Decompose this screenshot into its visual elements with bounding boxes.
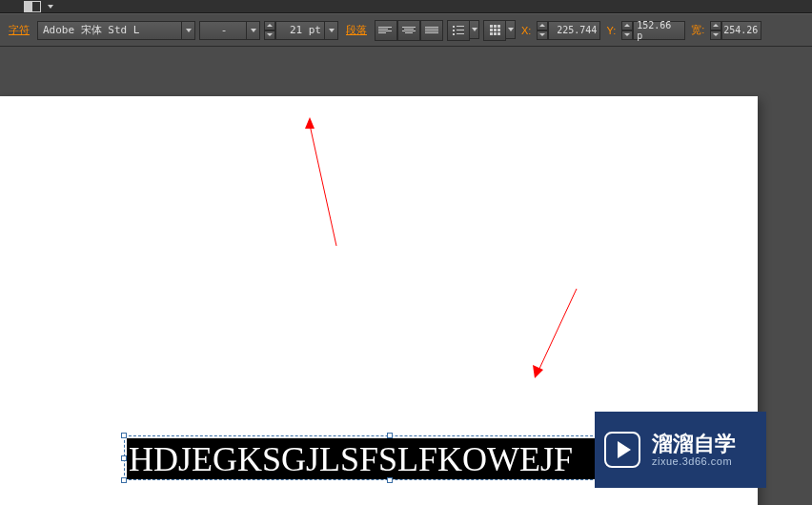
align-left-button[interactable] — [375, 20, 397, 41]
svg-line-2 — [538, 289, 577, 371]
x-input[interactable]: 225.744 — [548, 21, 600, 40]
x-label: X: — [519, 25, 533, 36]
dropdown-arrow-icon[interactable] — [48, 5, 53, 9]
svg-line-0 — [310, 125, 336, 246]
canvas-area: HDJEGKSGJLSFSLFKOWEJF 溜溜自学 zixue.3d66.co… — [0, 47, 812, 505]
selected-text[interactable]: HDJEGKSGJLSFSLFKOWEJF — [127, 438, 654, 479]
handle-bottom-middle[interactable] — [387, 477, 393, 483]
svg-marker-3 — [533, 365, 543, 378]
y-label: Y: — [604, 25, 618, 36]
w-label: 宽: — [689, 23, 706, 37]
x-spinner[interactable] — [537, 21, 548, 40]
y-spinner[interactable] — [621, 21, 633, 40]
font-size-dropdown-arrow[interactable] — [325, 21, 338, 40]
w-spinner[interactable] — [710, 21, 721, 40]
grid-icon-button[interactable] — [483, 20, 506, 41]
watermark-badge: 溜溜自学 zixue.3d66.com — [595, 412, 766, 488]
text-frame[interactable]: HDJEGKSGJLSFSLFKOWEJF — [124, 435, 655, 480]
menu-bar — [0, 0, 812, 13]
layout-view-icon[interactable] — [24, 1, 41, 12]
alignment-buttons — [375, 20, 443, 41]
annotation-arrow-2 — [529, 287, 581, 382]
w-input[interactable]: 254.26 — [721, 21, 761, 40]
handle-top-middle[interactable] — [387, 433, 393, 438]
font-style-dropdown-arrow[interactable] — [247, 21, 260, 40]
font-size-input[interactable]: 21 pt — [275, 21, 325, 40]
handle-top-left[interactable] — [121, 433, 127, 438]
paragraph-label[interactable]: 段落 — [342, 23, 371, 37]
font-family-dropdown-arrow[interactable] — [182, 21, 195, 40]
list-dropdown-arrow[interactable] — [470, 20, 479, 39]
align-justify-button[interactable] — [420, 20, 443, 41]
font-style-dropdown[interactable]: - — [199, 21, 247, 40]
character-label[interactable]: 字符 — [5, 23, 33, 37]
control-toolbar: 字符 Adobe 宋体 Std L - 21 pt 段落 — [0, 13, 812, 47]
list-icon-button[interactable] — [447, 20, 470, 41]
svg-marker-1 — [305, 117, 315, 129]
handle-bottom-left[interactable] — [121, 477, 127, 483]
handle-middle-left[interactable] — [121, 455, 127, 461]
annotation-arrow-1 — [300, 117, 348, 251]
play-icon — [604, 432, 640, 468]
grid-dropdown-arrow[interactable] — [506, 20, 516, 39]
align-center-button[interactable] — [397, 20, 420, 41]
watermark-title: 溜溜自学 — [652, 433, 736, 455]
y-input[interactable]: 152.66 p — [633, 21, 685, 40]
font-size-spinner[interactable] — [264, 21, 275, 40]
watermark-url: zixue.3d66.com — [652, 455, 736, 467]
font-family-dropdown[interactable]: Adobe 宋体 Std L — [37, 21, 182, 40]
